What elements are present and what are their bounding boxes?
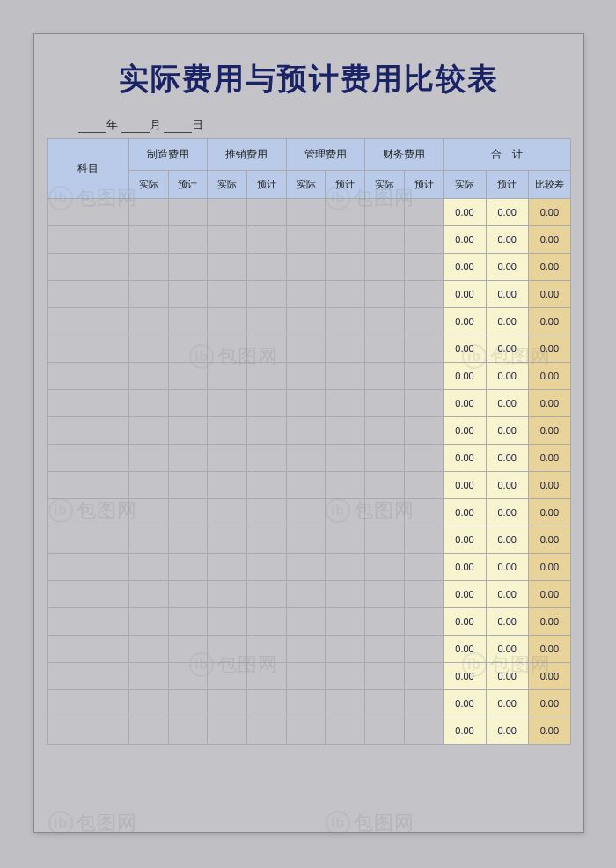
table-cell: 0.00 <box>528 581 570 608</box>
table-cell <box>404 363 444 390</box>
table-cell <box>404 690 444 717</box>
table-cell <box>48 445 129 472</box>
header-group-2: 管理费用 <box>286 139 364 171</box>
table-cell <box>168 472 208 499</box>
table-cell <box>246 390 286 417</box>
table-cell <box>128 608 168 636</box>
table-cell: 0.00 <box>444 445 486 472</box>
table-row: 0.000.000.00 <box>48 717 571 745</box>
table-cell: 0.00 <box>486 281 528 308</box>
sub-planned-3: 预计 <box>404 171 444 199</box>
table-cell: 0.00 <box>486 363 528 390</box>
table-cell <box>168 226 208 254</box>
table-cell <box>128 445 168 472</box>
table-cell <box>208 690 247 717</box>
table-cell <box>48 226 129 254</box>
table-cell <box>128 308 168 335</box>
table-cell <box>404 254 444 281</box>
table-cell <box>326 717 365 745</box>
table-cell <box>365 335 405 363</box>
table-cell <box>286 254 326 281</box>
table-cell: 0.00 <box>528 526 570 554</box>
table-cell <box>326 390 365 417</box>
table-cell <box>208 417 247 445</box>
table-cell <box>246 581 286 608</box>
sub-planned-2: 预计 <box>326 171 365 199</box>
table-cell <box>168 717 208 745</box>
table-cell <box>208 390 247 417</box>
table-cell <box>48 717 129 745</box>
table-cell <box>365 499 405 526</box>
table-row: 0.000.000.00 <box>48 335 571 363</box>
table-cell <box>208 663 247 690</box>
table-cell <box>168 499 208 526</box>
table-container: 科目 制造费用 推销费用 管理费用 财务费用 合 计 实际 预计 实际 预计 实… <box>47 138 571 745</box>
table-cell <box>128 226 168 254</box>
table-cell <box>168 526 208 554</box>
table-cell <box>48 254 129 281</box>
table-cell <box>48 499 129 526</box>
table-cell <box>286 499 326 526</box>
table-cell <box>365 663 405 690</box>
year-label: 年 <box>106 118 118 131</box>
table-cell: 0.00 <box>528 281 570 308</box>
table-cell: 0.00 <box>528 226 570 254</box>
table-cell <box>168 608 208 636</box>
table-cell: 0.00 <box>444 281 486 308</box>
table-cell <box>365 254 405 281</box>
table-cell <box>404 526 444 554</box>
table-cell <box>365 526 405 554</box>
table-cell: 0.00 <box>528 636 570 663</box>
table-cell: 0.00 <box>444 363 486 390</box>
month-blank <box>121 121 150 133</box>
table-cell <box>404 472 444 499</box>
table-cell <box>286 717 326 745</box>
table-cell: 0.00 <box>444 390 486 417</box>
table-cell: 0.00 <box>486 581 528 608</box>
table-cell <box>48 554 129 581</box>
table-cell <box>326 281 365 308</box>
table-cell <box>208 554 247 581</box>
sub-total-planned: 预计 <box>486 171 528 199</box>
table-row: 0.000.000.00 <box>48 608 571 636</box>
table-cell <box>326 499 365 526</box>
table-cell <box>326 663 365 690</box>
sub-total-diff: 比较差 <box>528 171 570 199</box>
table-cell <box>365 717 405 745</box>
table-cell <box>246 445 286 472</box>
table-cell <box>128 254 168 281</box>
table-cell <box>365 199 405 226</box>
table-cell: 0.00 <box>486 335 528 363</box>
table-cell <box>286 554 326 581</box>
table-cell <box>168 199 208 226</box>
table-cell <box>246 717 286 745</box>
table-cell: 0.00 <box>444 636 486 663</box>
table-cell <box>326 226 365 254</box>
table-cell <box>48 526 129 554</box>
table-row: 0.000.000.00 <box>48 445 571 472</box>
table-cell <box>365 608 405 636</box>
table-cell <box>365 690 405 717</box>
table-row: 0.000.000.00 <box>48 308 571 335</box>
table-cell <box>48 608 129 636</box>
table-row: 0.000.000.00 <box>48 690 571 717</box>
table-cell: 0.00 <box>528 554 570 581</box>
table-row: 0.000.000.00 <box>48 254 571 281</box>
table-cell: 0.00 <box>444 335 486 363</box>
table-cell <box>365 636 405 663</box>
table-row: 0.000.000.00 <box>48 526 571 554</box>
table-cell: 0.00 <box>528 472 570 499</box>
table-cell <box>208 335 247 363</box>
table-cell <box>128 363 168 390</box>
table-cell <box>128 472 168 499</box>
table-cell <box>168 363 208 390</box>
month-label: 月 <box>150 118 161 131</box>
table-cell <box>128 199 168 226</box>
table-cell <box>246 363 286 390</box>
table-cell <box>48 363 129 390</box>
table-row: 0.000.000.00 <box>48 281 571 308</box>
table-cell <box>286 335 326 363</box>
page-title: 实际费用与预计费用比较表 <box>34 59 583 99</box>
table-cell <box>286 526 326 554</box>
table-cell <box>246 226 286 254</box>
